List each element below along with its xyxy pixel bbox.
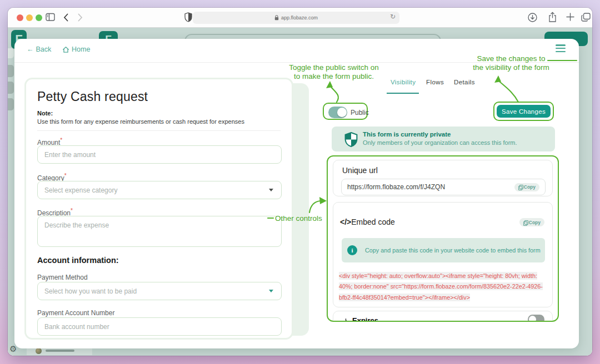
home-label: Home (72, 46, 90, 53)
code-icon: </> (340, 218, 351, 226)
required-mark: * (71, 208, 73, 214)
embed-code-card: </>Embed code Copy i Copy and paste this… (333, 202, 553, 307)
info-icon: i (347, 245, 357, 255)
category-select[interactable]: Select expense category (37, 181, 282, 199)
new-tab-icon[interactable] (566, 13, 574, 21)
account-section-heading: Account information: (37, 256, 119, 265)
payment-account-label: Payment Account Number (37, 309, 114, 317)
browser-window: app.flobaze.com ↻ F F ⚙ (8, 8, 592, 356)
forward-icon[interactable] (78, 13, 83, 22)
embed-info-text: Copy and paste this code in your website… (365, 247, 541, 254)
unique-url-value: https://form.flobaze.com/f/J4ZQN (347, 183, 514, 191)
unique-url-field[interactable]: https://form.flobaze.com/f/J4ZQN Copy (341, 179, 546, 195)
refresh-icon[interactable]: ↻ (390, 13, 396, 21)
username-placeholder (46, 350, 74, 352)
chevron-down-icon (269, 290, 273, 292)
chevron-down-icon (269, 189, 273, 191)
toggle-knob (529, 316, 536, 322)
category-placeholder: Select expense category (44, 186, 269, 194)
embed-code-title: </>Embed code (340, 218, 395, 226)
expires-label: Expires (342, 316, 378, 322)
privacy-shield-icon[interactable] (184, 12, 192, 22)
back-label: Back (36, 46, 52, 53)
required-mark: * (60, 137, 62, 143)
payment-method-placeholder: Select how you want to be paid (44, 287, 269, 295)
avatar (36, 348, 42, 354)
desktop: app.flobaze.com ↻ F F ⚙ (0, 0, 600, 364)
private-status-banner: This form is currently private Only memb… (332, 127, 555, 151)
annotation-toggle-note: Toggle the public switch on to make the … (286, 63, 382, 81)
embed-code-snippet: <div style="height: auto; overflow:auto"… (339, 271, 549, 303)
copy-url-button[interactable]: Copy (514, 183, 539, 191)
traffic-light-zoom-button[interactable] (36, 14, 42, 21)
annotation-box-save: Save Changes (493, 102, 554, 121)
banner-title: This form is currently private (363, 131, 451, 138)
traffic-light-minimize-button[interactable] (26, 14, 33, 21)
unique-url-title: Unique url (342, 166, 378, 175)
downloads-icon[interactable] (528, 13, 537, 22)
tab-overview-icon[interactable] (581, 13, 591, 22)
shield-icon (344, 132, 358, 147)
banner-subtitle: Only members of your organization can ac… (363, 139, 517, 146)
sidebar-toggle-icon[interactable] (46, 13, 56, 22)
public-toggle-label: Public (351, 109, 369, 117)
form-note-text: Use this form for any expense reimbursem… (37, 118, 244, 125)
active-tab-underline (387, 93, 419, 94)
back-link[interactable]: ← Back (27, 46, 51, 53)
copy-icon (523, 220, 527, 225)
background-side-tab (8, 98, 14, 110)
payment-account-input[interactable] (37, 317, 282, 336)
embed-info-strip: i Copy and paste this code in your websi… (342, 238, 545, 262)
form-title: Petty Cash request (37, 89, 148, 104)
home-icon (62, 46, 69, 53)
divider (37, 130, 281, 131)
share-icon[interactable] (548, 12, 557, 23)
app-viewport: F F ⚙ ← Back Home (8, 28, 592, 356)
toggle-knob (337, 108, 347, 117)
tab-visibility[interactable]: Visibility (391, 79, 416, 85)
annotation-box-other-controls: Unique url https://form.flobaze.com/f/J4… (327, 155, 559, 322)
public-toggle[interactable] (328, 107, 347, 118)
save-changes-button[interactable]: Save Changes (497, 105, 551, 118)
annotation-box-toggle: Public (323, 103, 368, 120)
home-link[interactable]: Home (62, 46, 90, 53)
payment-method-select[interactable]: Select how you want to be paid (37, 282, 282, 300)
background-side-tab (8, 82, 14, 94)
description-textarea[interactable] (37, 216, 282, 247)
unique-url-card: Unique url https://form.flobaze.com/f/J4… (333, 160, 553, 196)
lock-icon (274, 15, 279, 21)
tab-details[interactable]: Details (454, 79, 475, 85)
background-side-tab (8, 48, 14, 58)
form-note-label: Note: (37, 110, 53, 117)
annotation-save-note: Save the changes to the visibility of th… (456, 54, 567, 72)
form-settings-modal: ← Back Home Petty Cash request Note: Use… (14, 39, 579, 348)
expires-toggle[interactable] (528, 315, 544, 322)
copy-embed-button[interactable]: Copy (519, 218, 544, 226)
form-preview-card: Petty Cash request Note: Use this form f… (24, 78, 293, 340)
background-side-tab (8, 65, 14, 77)
copy-icon (518, 185, 522, 189)
url-text: app.flobaze.com (281, 15, 318, 21)
required-mark: * (64, 173, 67, 179)
amount-input[interactable] (37, 145, 282, 164)
back-icon[interactable] (63, 13, 68, 22)
clock-icon (342, 317, 349, 322)
expires-card: Expires (333, 311, 553, 322)
menu-icon[interactable] (556, 44, 566, 52)
browser-chrome: app.flobaze.com ↻ (8, 8, 592, 28)
back-arrow-icon: ← (27, 46, 34, 53)
address-bar[interactable]: app.flobaze.com ↻ (193, 12, 399, 24)
payment-method-label: Payment Method (37, 274, 88, 281)
traffic-light-close-button[interactable] (17, 14, 23, 21)
tab-flows[interactable]: Flows (426, 79, 444, 85)
